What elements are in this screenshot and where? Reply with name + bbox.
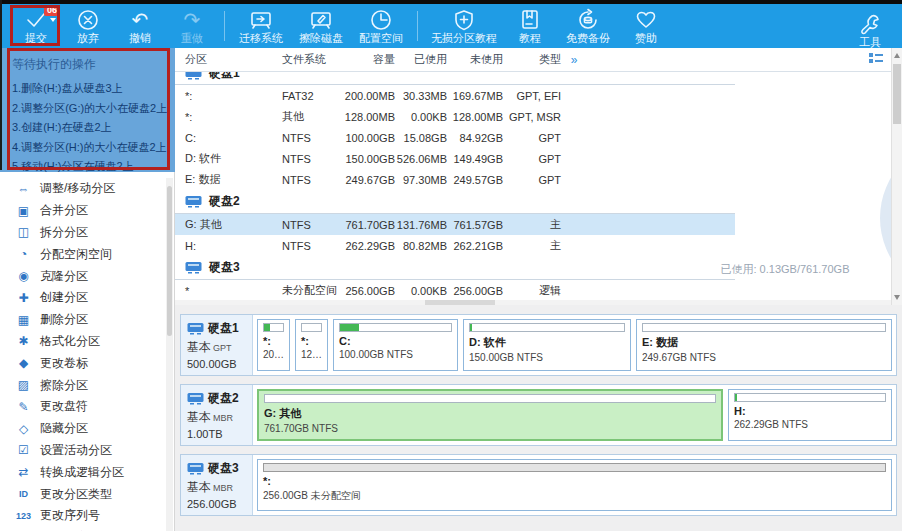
migrate-os-button[interactable]: 迁移系统 [231,4,291,48]
col-type[interactable]: 类型 [503,52,561,67]
sidebar-scrollbar[interactable] [166,178,173,531]
tools-button[interactable]: 工具 [844,8,896,52]
partition-box[interactable]: D: 软件 150.00GB NTFS [463,319,631,371]
sidebar-item-change-serial[interactable]: 123更改序列号 [0,505,175,527]
wipe-disk-button[interactable]: 擦除磁盘 [291,4,351,48]
sidebar-item-wipe-partition[interactable]: ▨擦除分区 [0,374,175,396]
redo-button[interactable]: ↷ 重做 [166,4,218,48]
sidebar-item-resize-move[interactable]: ⇔调整/移动分区 [0,178,175,200]
cell-type: 主 [503,238,561,253]
pending-operation-item[interactable]: 1.删除(H:)盘从硬盘3上 [12,79,175,99]
cell-partition: E: 数据 [185,172,282,187]
scroll-down-icon[interactable] [894,295,900,300]
clone-icon: ◉ [16,269,31,283]
partition-box-unallocated[interactable]: *: 256.00GB 未分配空间 [257,459,892,511]
pending-operation-item[interactable]: 5.移动(H:)分区在硬盘2上 [12,157,175,177]
sponsor-button[interactable]: 赞助 [620,4,672,48]
partition-box[interactable]: *: 12… [295,319,328,371]
sidebar-item-split[interactable]: ◫拆分分区 [0,222,175,244]
sidebar-item-change-label[interactable]: ◆更改卷标 [0,352,175,374]
sidebar-item-set-active[interactable]: ☑设置活动分区 [0,440,175,462]
migrate-os-label: 迁移系统 [239,32,283,45]
horizontal-scrollbar-thumb[interactable] [425,300,495,305]
cell-fs: NTFS [282,240,337,252]
configure-space-label: 配置空间 [359,32,403,45]
partition-box[interactable]: C: 100.00GB NTFS [333,319,458,371]
submit-dropdown-caret-icon[interactable] [50,18,56,22]
table-vertical-scrollbar[interactable] [891,48,902,305]
sidebar-item-create[interactable]: ✚创建分区 [0,287,175,309]
table-row[interactable]: *:其他128.00MB0.00KB128.00MBGPT, MSR [175,106,735,127]
col-used[interactable]: 已使用 [395,52,447,67]
cell-type: GPT, MSR [503,111,561,123]
usage-bar [301,323,322,332]
free-backup-button[interactable]: 免费备份 [556,4,620,48]
sidebar-item-format[interactable]: ✱格式化分区 [0,331,175,353]
shield-plus-icon [452,8,476,32]
disk3-partitions: *: 256.00GB 未分配空间 [253,455,896,515]
cell-used: 0.00KB [395,111,447,123]
disk3-label[interactable]: 硬盘3 基本MBR 256.00GB [181,455,253,515]
sidebar-item-change-type-id[interactable]: ID更改分区类型 [0,483,175,505]
disk-kind: 基本 [187,410,211,424]
usage-bar-unallocated [263,463,886,472]
col-partition[interactable]: 分区 [185,52,282,67]
change-serial-icon: 123 [16,511,31,521]
partition-box[interactable]: E: 数据 249.67GB NTFS [636,319,892,371]
lossless-tutorial-button[interactable]: 无损分区教程 [424,4,504,48]
partition-box[interactable]: H: 262.29GB NTFS [728,389,892,441]
table-row-selected[interactable]: G: 其他NTFS761.70GB131.76MB761.57GB主 [175,214,735,235]
disk-group-header[interactable]: 硬盘1 [175,72,735,85]
discard-button[interactable]: 放弃 [62,4,114,48]
tutorial-button[interactable]: 教程 [504,4,556,48]
disk2-partitions: G: 其他 761.70GB NTFS H: 262.29GB NTFS [253,385,896,445]
columns-more-indicator[interactable]: » [561,53,587,67]
table-row[interactable]: D: 软件NTFS150.00GB526.06MB149.49GBGPT [175,148,735,169]
sidebar-item-label: 更改盘符 [40,398,88,415]
sidebar-item-merge[interactable]: ▣合并分区 [0,200,175,222]
pending-operation-item[interactable]: 2.调整分区(G:)的大小在硬盘2上 [12,99,175,119]
sidebar-item-convert-logical[interactable]: ⇄转换成逻辑分区 [0,461,175,483]
pending-operation-item[interactable]: 3.创建(H:)在硬盘2上 [12,118,175,138]
hide-partition-icon: ◇ [16,422,31,436]
table-row[interactable]: *未分配空间256.00GB0.00KB256.00GB逻辑 [175,280,735,301]
redo-icon: ↷ [184,8,201,32]
table-row[interactable]: *:FAT32200.00MB30.33MB169.67MBGPT, EFI [175,85,735,106]
col-filesystem[interactable]: 文件系统 [282,52,337,67]
partition-info: 150.00GB NTFS [469,352,625,363]
list-view-toggle-icon[interactable] [869,53,884,66]
disk-group-label: 硬盘2 [209,193,240,210]
sidebar-item-clone[interactable]: ◉克隆分区 [0,265,175,287]
backup-sync-icon [575,8,601,32]
col-capacity[interactable]: 容量 [337,52,395,67]
table-row[interactable]: C:NTFS100.00GB15.08GB84.92GBGPT [175,127,735,148]
configure-space-button[interactable]: 配置空间 [351,4,411,48]
submit-button[interactable]: 提交 06 [10,4,62,48]
table-row[interactable]: E: 数据NTFS249.67GB97.30MB249.57GBGPT [175,169,735,190]
cell-fs: NTFS [282,174,337,186]
disk-group-header[interactable]: 硬盘3 [175,256,735,280]
pending-operation-item[interactable]: 4.调整分区(H:)的大小在硬盘2上 [12,138,175,158]
cell-used: 526.06MB [395,153,447,165]
partition-box[interactable]: *: 20… [257,319,290,371]
table-row[interactable]: H:NTFS262.29GB80.82MB262.21GB主 [175,235,735,256]
sidebar-item-partition-align[interactable]: ☰分区对齐 [0,527,175,531]
scroll-up-icon[interactable] [894,53,900,58]
partition-box-selected[interactable]: G: 其他 761.70GB NTFS [257,389,723,441]
sidebar-menu: ⇔调整/移动分区 ▣合并分区 ◫拆分分区 ◔分配空闲空间 ◉克隆分区 ✚创建分区… [0,178,175,531]
partition-info: 20… [263,349,284,360]
disk1-label[interactable]: 硬盘1 基本GPT 500.00GB [181,315,253,375]
col-free[interactable]: 未使用 [447,52,503,67]
sidebar-item-allocate-free-space[interactable]: ◔分配空闲空间 [0,243,175,265]
undo-button[interactable]: ↶ 撤销 [114,4,166,48]
sidebar-item-delete[interactable]: ▦删除分区 [0,309,175,331]
disk2-label[interactable]: 硬盘2 基本MBR 1.00TB [181,385,253,445]
disk-group-header[interactable]: 硬盘2 [175,190,735,214]
submit-label: 提交 [25,32,47,45]
sidebar-scrollbar-thumb[interactable] [167,186,172,336]
sidebar-item-change-drive-letter[interactable]: ✎更改盘符 [0,396,175,418]
undo-icon: ↶ [132,8,149,32]
sidebar-item-hide-partition[interactable]: ◇隐藏分区 [0,418,175,440]
table-horizontal-scrollbar[interactable] [175,300,891,305]
table-scrollbar-thumb[interactable] [893,64,901,124]
